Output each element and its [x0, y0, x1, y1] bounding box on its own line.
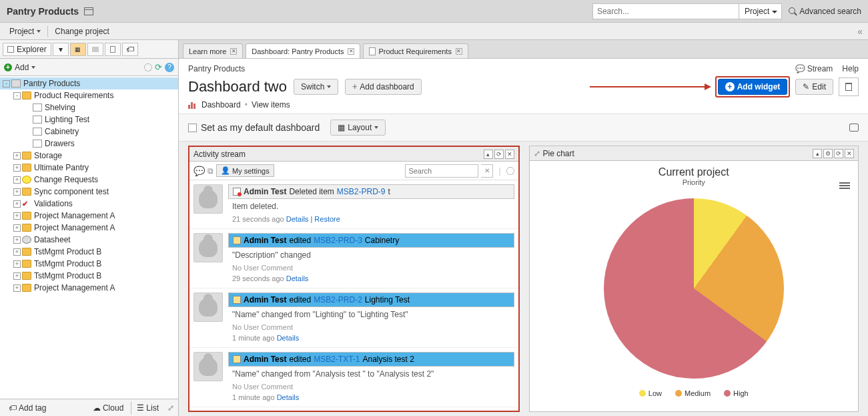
collapse-icon[interactable]: - — [3, 80, 10, 87]
close-icon[interactable]: ✕ — [348, 48, 354, 55]
expand-icon[interactable]: + — [13, 284, 21, 292]
calendar-button[interactable]: ▦ — [70, 43, 86, 56]
close-icon[interactable]: ✕ — [456, 48, 462, 55]
tree-row[interactable]: +Project Management A — [0, 222, 178, 234]
activity-links[interactable]: Details — [277, 334, 300, 342]
activity-list[interactable]: Admin Test Deleted item MSB2-PRD-9 tItem… — [189, 180, 518, 411]
tree-row[interactable]: -Product Requirements — [0, 89, 178, 101]
expand-icon[interactable]: + — [13, 164, 21, 172]
copy-icon[interactable]: ⧉ — [207, 166, 213, 176]
tree-row[interactable]: Lighting Test — [0, 114, 178, 126]
cloud-view-button[interactable]: ☁Cloud — [88, 401, 128, 415]
tab[interactable]: Product Requirements✕ — [363, 43, 468, 58]
project-menu-label: Project — [9, 27, 34, 36]
search-scope-dropdown[interactable]: Project — [739, 3, 782, 19]
close-icon[interactable]: ✕ — [505, 150, 514, 159]
activity-search-input[interactable] — [405, 164, 478, 178]
tag-button[interactable]: 🏷 — [122, 43, 138, 56]
tree-row[interactable]: +Project Management A — [0, 210, 178, 222]
refresh-icon[interactable]: ⟳ — [155, 62, 162, 72]
activity-item-link[interactable]: MSB2-PRD-2 — [314, 295, 362, 304]
gear-icon[interactable]: ⚙ — [823, 149, 833, 158]
my-settings-button[interactable]: 👤My settings — [216, 164, 274, 177]
activity-item-link[interactable]: MSB2-TXT-1 — [314, 355, 360, 364]
tree-row[interactable]: +Change Requests — [0, 174, 178, 186]
close-icon[interactable]: ✕ — [845, 149, 854, 158]
edit-button[interactable]: ✎Edit — [795, 79, 833, 95]
explorer-button[interactable]: Explorer — [3, 43, 51, 56]
tree-row[interactable]: +Project Management A — [0, 282, 178, 294]
activity-links[interactable]: Details | Restore — [286, 215, 340, 223]
tree-row[interactable]: +Storage — [0, 150, 178, 162]
stream-link[interactable]: 💬Stream — [795, 64, 833, 73]
search-input[interactable] — [592, 3, 739, 19]
project-tree[interactable]: -Pantry Products-Product RequirementsShe… — [0, 76, 178, 399]
window-icon[interactable] — [84, 7, 93, 15]
expand-icon[interactable]: + — [13, 224, 21, 232]
delete-button[interactable] — [839, 77, 859, 96]
default-dashboard-checkbox[interactable]: Set as my default dashboard — [188, 122, 320, 133]
layout-button[interactable]: ▦Layout — [330, 120, 386, 136]
expand-icon[interactable]: + — [13, 248, 21, 256]
expand-icon[interactable]: + — [13, 188, 21, 196]
help-link[interactable]: Help — [842, 64, 859, 73]
activity-item-link[interactable]: MSB2-PRD-3 — [314, 236, 362, 245]
collapse-icon[interactable]: ▴ — [813, 149, 822, 158]
chart-menu-icon[interactable] — [839, 181, 850, 190]
refresh-icon[interactable]: ⟳ — [494, 150, 504, 159]
print-icon[interactable] — [849, 124, 859, 132]
tree-row[interactable]: +✔Validations — [0, 198, 178, 210]
tab[interactable]: Learn more✕ — [183, 43, 243, 58]
expand-icon[interactable]: + — [13, 176, 21, 184]
expand-icon[interactable]: ⤢ — [167, 403, 174, 413]
project-menu[interactable]: Project — [5, 25, 45, 37]
view-items-link[interactable]: View items — [252, 100, 290, 110]
add-tag-button[interactable]: 🏷Add tag — [4, 401, 51, 415]
expand-icon[interactable]: ⤢ — [534, 149, 540, 158]
tree-row[interactable]: -Pantry Products — [0, 77, 178, 89]
list-view-button[interactable]: ☰List — [131, 401, 163, 415]
expand-icon[interactable]: + — [13, 260, 21, 268]
tree-row[interactable]: +Ultimate Pantry — [0, 162, 178, 174]
collapse-sidebar-icon[interactable]: « — [857, 26, 863, 37]
add-widget-button[interactable]: +Add widget — [718, 79, 788, 95]
pie-chart[interactable] — [604, 198, 784, 379]
tree-row[interactable]: +Sync component test — [0, 186, 178, 198]
gear-icon[interactable] — [144, 63, 152, 71]
legend-item[interactable]: High — [724, 389, 749, 397]
legend-item[interactable]: Medium — [675, 389, 711, 397]
activity-links[interactable]: Details — [286, 274, 309, 282]
tab[interactable]: Dashboard: Pantry Products✕ — [246, 43, 360, 58]
advanced-search-link[interactable]: Advanced search — [789, 7, 861, 16]
tree-row[interactable]: +Datasheet — [0, 234, 178, 246]
tree-row[interactable]: Shelving — [0, 101, 178, 114]
tree-row[interactable]: Cabinetry — [0, 126, 178, 138]
expand-icon[interactable]: + — [13, 272, 21, 280]
clipboard-button[interactable] — [105, 43, 121, 56]
activity-links[interactable]: Details — [277, 393, 300, 401]
activity-item-link[interactable]: MSB2-PRD-9 — [337, 187, 386, 196]
expand-icon[interactable]: + — [13, 152, 21, 160]
refresh-icon[interactable]: ⟳ — [834, 149, 843, 158]
add-button[interactable]: + Add — [4, 63, 35, 72]
tree-row[interactable]: Drawers — [0, 138, 178, 150]
collapse-icon[interactable]: - — [13, 92, 21, 99]
clear-search-icon[interactable]: ✕ — [481, 164, 493, 178]
gear-icon[interactable] — [506, 167, 514, 175]
legend-item[interactable]: Low — [639, 389, 662, 397]
change-project-menu[interactable]: Change project — [51, 25, 113, 37]
expand-icon[interactable]: + — [13, 200, 21, 208]
comment-icon[interactable]: 💬 — [193, 166, 205, 176]
expand-icon[interactable]: + — [13, 236, 21, 244]
collapse-icon[interactable]: ▴ — [484, 150, 493, 159]
panel-button[interactable] — [87, 43, 103, 56]
add-dashboard-button[interactable]: +Add dashboard — [345, 79, 421, 95]
filter-button[interactable]: ▾ — [53, 43, 69, 56]
close-icon[interactable]: ✕ — [230, 48, 237, 55]
tree-row[interactable]: +TstMgmt Product B — [0, 270, 178, 282]
help-icon[interactable]: ? — [165, 63, 174, 72]
expand-icon[interactable]: + — [13, 212, 21, 220]
switch-button[interactable]: Switch — [294, 79, 338, 95]
tree-row[interactable]: +TstMgmt Product B — [0, 258, 178, 270]
tree-row[interactable]: +TstMgmt Product B — [0, 246, 178, 258]
